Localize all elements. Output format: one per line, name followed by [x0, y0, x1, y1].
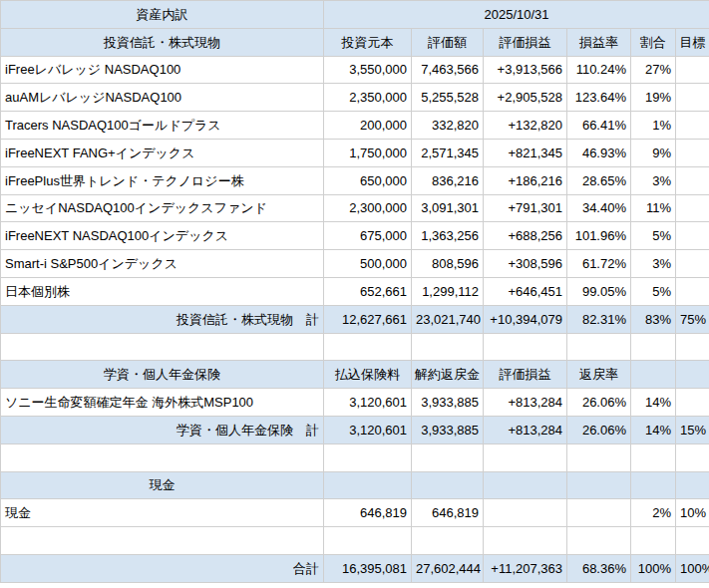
empty-cell[interactable]: [324, 443, 412, 471]
empty-cell[interactable]: [1, 333, 324, 361]
asset-value-cell[interactable]: [484, 499, 567, 527]
asset-value-cell[interactable]: 646,819: [324, 499, 412, 527]
column-header-cell[interactable]: 払込保険料: [324, 361, 412, 389]
asset-value-cell[interactable]: [676, 277, 709, 305]
column-header-cell[interactable]: [631, 471, 676, 499]
subtotal-value-cell[interactable]: 23,021,740: [412, 305, 484, 333]
empty-cell[interactable]: [676, 333, 709, 361]
subtotal-label-cell[interactable]: 投資信託・株式現物 計: [1, 305, 324, 333]
asset-name-cell[interactable]: iFreeレバレッジ NASDAQ100: [1, 56, 324, 84]
column-header-cell[interactable]: 損益率: [567, 28, 631, 56]
asset-value-cell[interactable]: 675,000: [324, 222, 412, 250]
asset-value-cell[interactable]: 99.05%: [567, 277, 631, 305]
asset-value-cell[interactable]: 3,120,601: [324, 389, 412, 417]
asset-value-cell[interactable]: 3,091,301: [412, 194, 484, 222]
section-name-cell[interactable]: 投資信託・株式現物: [1, 28, 324, 56]
asset-value-cell[interactable]: 2,350,000: [324, 84, 412, 112]
subtotal-value-cell[interactable]: 83%: [631, 305, 676, 333]
asset-value-cell[interactable]: 9%: [631, 139, 676, 166]
asset-value-cell[interactable]: 1,299,112: [412, 277, 484, 305]
grand-total-value-cell[interactable]: 68.36%: [567, 554, 631, 582]
empty-cell[interactable]: [676, 443, 709, 471]
column-header-cell[interactable]: [631, 361, 676, 389]
column-header-cell[interactable]: [676, 471, 709, 499]
asset-name-cell[interactable]: iFreePlus世界トレンド・テクノロジー株: [1, 166, 324, 194]
empty-cell[interactable]: [484, 443, 567, 471]
asset-name-cell[interactable]: 日本個別株: [1, 277, 324, 305]
asset-value-cell[interactable]: +186,216: [484, 166, 567, 194]
asset-value-cell[interactable]: +821,345: [484, 139, 567, 166]
grand-total-label-cell[interactable]: 合計: [1, 554, 324, 582]
asset-value-cell[interactable]: 19%: [631, 84, 676, 112]
subtotal-value-cell[interactable]: 3,933,885: [412, 416, 484, 443]
asset-name-cell[interactable]: 現金: [1, 499, 324, 527]
asset-name-cell[interactable]: auAMレバレッジNASDAQ100: [1, 84, 324, 112]
empty-cell[interactable]: [412, 333, 484, 361]
column-header-cell[interactable]: 評価損益: [484, 361, 567, 389]
grand-total-value-cell[interactable]: 100%: [631, 554, 676, 582]
column-header-cell[interactable]: 目標: [676, 28, 709, 56]
empty-cell[interactable]: [484, 527, 567, 555]
asset-value-cell[interactable]: [676, 166, 709, 194]
asset-value-cell[interactable]: [676, 84, 709, 112]
asset-value-cell[interactable]: 123.64%: [567, 84, 631, 112]
subtotal-value-cell[interactable]: 15%: [676, 416, 709, 443]
asset-value-cell[interactable]: 14%: [631, 389, 676, 417]
empty-cell[interactable]: [324, 527, 412, 555]
subtotal-value-cell[interactable]: 14%: [631, 416, 676, 443]
empty-cell[interactable]: [567, 333, 631, 361]
subtotal-label-cell[interactable]: 学資・個人年金保険 計: [1, 416, 324, 443]
empty-cell[interactable]: [484, 333, 567, 361]
asset-value-cell[interactable]: +813,284: [484, 389, 567, 417]
asset-value-cell[interactable]: [676, 112, 709, 140]
asset-value-cell[interactable]: 200,000: [324, 112, 412, 140]
empty-cell[interactable]: [1, 443, 324, 471]
empty-cell[interactable]: [412, 527, 484, 555]
empty-cell[interactable]: [631, 443, 676, 471]
asset-value-cell[interactable]: +132,820: [484, 112, 567, 140]
column-header-cell[interactable]: 投資元本: [324, 28, 412, 56]
empty-cell[interactable]: [412, 443, 484, 471]
asset-value-cell[interactable]: 61.72%: [567, 250, 631, 278]
asset-name-cell[interactable]: iFreeNEXT NASDAQ100インデックス: [1, 222, 324, 250]
asset-value-cell[interactable]: 646,819: [412, 499, 484, 527]
asset-value-cell[interactable]: [676, 56, 709, 84]
asset-name-cell[interactable]: ソニー生命変額確定年金 海外株式MSP100: [1, 389, 324, 417]
asset-value-cell[interactable]: 650,000: [324, 166, 412, 194]
asset-value-cell[interactable]: +308,596: [484, 250, 567, 278]
asset-value-cell[interactable]: +2,905,528: [484, 84, 567, 112]
asset-value-cell[interactable]: 66.41%: [567, 112, 631, 140]
grand-total-value-cell[interactable]: 27,602,444: [412, 554, 484, 582]
asset-value-cell[interactable]: 808,596: [412, 250, 484, 278]
asset-value-cell[interactable]: 2,300,000: [324, 194, 412, 222]
asset-value-cell[interactable]: 11%: [631, 194, 676, 222]
asset-name-cell[interactable]: ニッセイNASDAQ100インデックスファンド: [1, 194, 324, 222]
section-name-cell[interactable]: 現金: [1, 471, 324, 499]
asset-value-cell[interactable]: 500,000: [324, 250, 412, 278]
asset-value-cell[interactable]: 2,571,345: [412, 139, 484, 166]
asset-value-cell[interactable]: [676, 139, 709, 166]
column-header-cell[interactable]: [324, 471, 412, 499]
asset-value-cell[interactable]: 10%: [676, 499, 709, 527]
subtotal-value-cell[interactable]: 82.31%: [567, 305, 631, 333]
subtotal-value-cell[interactable]: 75%: [676, 305, 709, 333]
asset-value-cell[interactable]: 5,255,528: [412, 84, 484, 112]
asset-value-cell[interactable]: [676, 389, 709, 417]
section-name-cell[interactable]: 学資・個人年金保険: [1, 361, 324, 389]
empty-cell[interactable]: [676, 527, 709, 555]
empty-cell[interactable]: [631, 333, 676, 361]
subtotal-value-cell[interactable]: +813,284: [484, 416, 567, 443]
empty-cell[interactable]: [1, 527, 324, 555]
asset-value-cell[interactable]: 26.06%: [567, 389, 631, 417]
empty-cell[interactable]: [567, 443, 631, 471]
asset-value-cell[interactable]: 1%: [631, 112, 676, 140]
asset-value-cell[interactable]: [676, 194, 709, 222]
asset-value-cell[interactable]: +646,451: [484, 277, 567, 305]
column-header-cell[interactable]: 評価損益: [484, 28, 567, 56]
column-header-cell[interactable]: [567, 471, 631, 499]
empty-cell[interactable]: [631, 527, 676, 555]
asset-value-cell[interactable]: 836,216: [412, 166, 484, 194]
asset-value-cell[interactable]: 1,363,256: [412, 222, 484, 250]
asset-value-cell[interactable]: 28.65%: [567, 166, 631, 194]
asset-value-cell[interactable]: 3%: [631, 250, 676, 278]
